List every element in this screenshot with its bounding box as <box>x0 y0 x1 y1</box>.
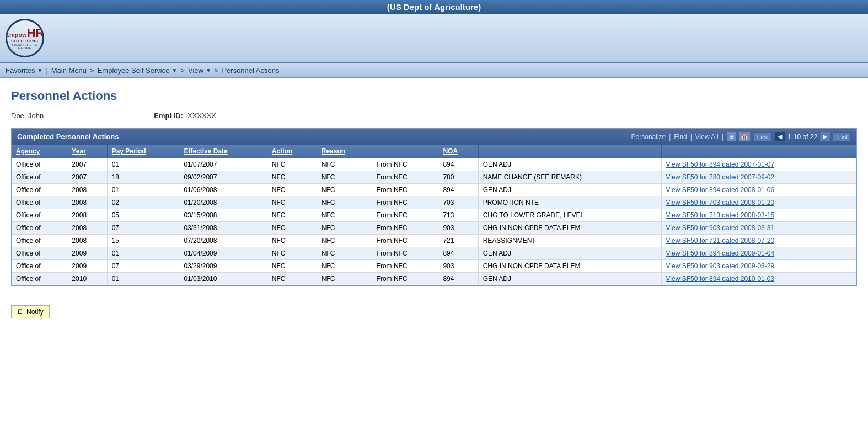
cell-noa: 894 <box>438 158 478 171</box>
noa-header[interactable]: NOA <box>443 147 458 155</box>
nav-view[interactable]: View <box>188 66 203 75</box>
cell-agency: Office of <box>12 158 67 171</box>
cell-effective-date: 07/20/2008 <box>179 235 267 247</box>
table-row: Office of20080101/06/2008NFCNFCFrom NFC8… <box>12 184 856 196</box>
empl-id-value: XXXXXX <box>187 111 216 120</box>
cell-agency: Office of <box>12 235 67 247</box>
effective-date-header[interactable]: Effective Date <box>184 147 227 155</box>
nav-personnel-actions[interactable]: Personnel Actions <box>222 66 279 75</box>
cell-agency: Office of <box>12 171 67 184</box>
bottom-bar: 🗒 Notify <box>0 297 868 327</box>
notify-button[interactable]: 🗒 Notify <box>11 305 50 318</box>
logo-circle: Empow HR SOLUTIONS FROM HIRE TO RETIRE <box>6 19 44 57</box>
nav-favorites-dropdown[interactable]: ▼ <box>37 67 42 73</box>
nav-main-menu[interactable]: Main Menu <box>51 66 87 75</box>
sf50-link[interactable]: View SF50 for 703 dated 2008-01-20 <box>666 199 775 206</box>
first-page-button[interactable]: First <box>754 132 772 141</box>
sf50-link[interactable]: View SF50 for 894 dated 2010-01-03 <box>666 275 775 283</box>
nav-favorites[interactable]: Favorites <box>6 66 35 75</box>
cell-link[interactable]: View SF50 for 903 dated 2008-03-31 <box>661 222 856 235</box>
cell-reason: NFC <box>317 222 372 235</box>
cell-action: NFC <box>267 196 317 209</box>
col-effective-date: Effective Date <box>179 145 267 158</box>
cell-link[interactable]: View SF50 for 713 dated 2008-03-15 <box>661 209 856 222</box>
sf50-link[interactable]: View SF50 for 721 dated 2008-07-20 <box>666 237 775 244</box>
cell-noa: 894 <box>438 184 478 196</box>
logo-hr: HR <box>27 27 44 39</box>
table-nav: Personalize | Find | View All | ⊞ 📅 Firs… <box>631 132 851 141</box>
sf50-link[interactable]: View SF50 for 780 dated 2007-09-02 <box>666 173 775 181</box>
nav-employee-self-service[interactable]: Employee Self Service <box>98 66 170 75</box>
cell-link[interactable]: View SF50 for 780 dated 2007-09-02 <box>661 171 856 184</box>
sf50-link[interactable]: View SF50 for 894 dated 2009-01-04 <box>666 249 775 257</box>
cell-description: PROMOTION NTE <box>478 196 661 209</box>
cell-action: NFC <box>267 273 317 285</box>
logo-tagline: FROM HIRE TO RETIRE <box>6 43 44 50</box>
cell-agency: Office of <box>12 222 67 235</box>
cell-link[interactable]: View SF50 for 894 dated 2009-01-04 <box>661 247 856 260</box>
col-noa: NOA <box>438 145 478 158</box>
cell-action: NFC <box>267 247 317 260</box>
completed-actions-section: Completed Personnel Actions Personalize … <box>11 128 857 286</box>
action-header[interactable]: Action <box>272 147 292 155</box>
grid-icon-btn[interactable]: ⊞ <box>727 132 736 141</box>
table-row: Office of20100101/03/2010NFCNFCFrom NFC8… <box>12 273 856 285</box>
notify-icon: 🗒 <box>17 308 24 316</box>
current-page-btn[interactable]: ◀ <box>774 132 785 141</box>
table-row: Office of20070101/07/2007NFCNFCFrom NFC8… <box>12 158 856 171</box>
col-reason: Reason <box>317 145 372 158</box>
cell-year: 2009 <box>67 247 107 260</box>
cell-reason: NFC <box>317 260 372 273</box>
cell-from-nfc: From NFC <box>372 222 438 235</box>
logo-text: Empow HR SOLUTIONS FROM HIRE TO RETIRE <box>6 27 44 50</box>
logo-solutions: SOLUTIONS <box>6 39 44 43</box>
personnel-actions-table: Agency Year Pay Period Effective Date Ac… <box>12 145 856 285</box>
cell-effective-date: 03/29/2009 <box>179 260 267 273</box>
last-page-button[interactable]: Last <box>833 132 851 141</box>
cell-link[interactable]: View SF50 for 703 dated 2008-01-20 <box>661 196 856 209</box>
table-header-bar: Completed Personnel Actions Personalize … <box>12 129 856 145</box>
cell-link[interactable]: View SF50 for 721 dated 2008-07-20 <box>661 235 856 247</box>
cell-year: 2008 <box>67 222 107 235</box>
nav-ess-dropdown[interactable]: ▼ <box>172 67 177 73</box>
nav-bar: Favorites ▼ | Main Menu > Employee Self … <box>0 63 868 78</box>
cell-from-nfc: From NFC <box>372 158 438 171</box>
sf50-link[interactable]: View SF50 for 894 dated 2008-01-06 <box>666 186 775 194</box>
col-year: Year <box>67 145 107 158</box>
sf50-link[interactable]: View SF50 for 903 dated 2008-03-31 <box>666 224 775 232</box>
cell-link[interactable]: View SF50 for 894 dated 2008-01-06 <box>661 184 856 196</box>
cell-year: 2009 <box>67 260 107 273</box>
cell-pay-period: 18 <box>107 171 179 184</box>
table-row: Office of20090703/29/2009NFCNFCFrom NFC9… <box>12 260 856 273</box>
cell-link[interactable]: View SF50 for 894 dated 2007-01-07 <box>661 158 856 171</box>
find-link[interactable]: Find <box>674 133 687 141</box>
cell-from-nfc: From NFC <box>372 196 438 209</box>
cell-reason: NFC <box>317 184 372 196</box>
sf50-link[interactable]: View SF50 for 713 dated 2008-03-15 <box>666 211 775 219</box>
nav-view-dropdown[interactable]: ▼ <box>206 67 211 73</box>
col-agency: Agency <box>12 145 67 158</box>
view-all-link[interactable]: View All <box>695 133 719 141</box>
col-pay-period: Pay Period <box>107 145 179 158</box>
cell-link[interactable]: View SF50 for 894 dated 2010-01-03 <box>661 273 856 285</box>
cell-agency: Office of <box>12 273 67 285</box>
cell-reason: NFC <box>317 247 372 260</box>
cell-noa: 721 <box>438 235 478 247</box>
next-page-button[interactable]: ▶ <box>819 132 831 141</box>
reason-header[interactable]: Reason <box>322 147 345 155</box>
cell-from-nfc: From NFC <box>372 273 438 285</box>
agency-header[interactable]: Agency <box>16 147 40 155</box>
cell-from-nfc: From NFC <box>372 260 438 273</box>
cell-agency: Office of <box>12 260 67 273</box>
year-header[interactable]: Year <box>72 147 85 155</box>
personalize-link[interactable]: Personalize <box>631 133 666 141</box>
sf50-link[interactable]: View SF50 for 903 dated 2009-03-29 <box>666 262 775 270</box>
calendar-icon-btn[interactable]: 📅 <box>738 132 751 141</box>
table-section-title: Completed Personnel Actions <box>17 132 119 141</box>
cell-description: REASSIGNMENT <box>478 235 661 247</box>
cell-link[interactable]: View SF50 for 903 dated 2009-03-29 <box>661 260 856 273</box>
sf50-link[interactable]: View SF50 for 894 dated 2007-01-07 <box>666 161 775 168</box>
pay-period-header[interactable]: Pay Period <box>112 147 146 155</box>
cell-pay-period: 01 <box>107 273 179 285</box>
cell-reason: NFC <box>317 209 372 222</box>
